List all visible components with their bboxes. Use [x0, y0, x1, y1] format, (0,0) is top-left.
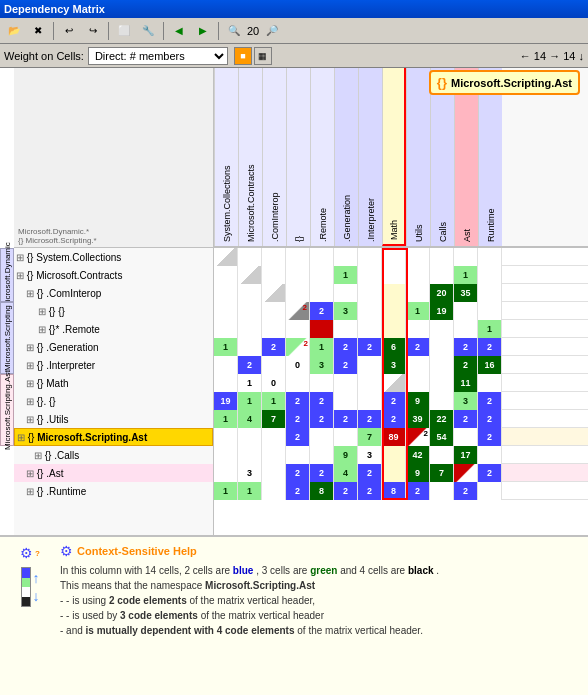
cell-1-4[interactable]: [286, 248, 310, 266]
cell-13-10[interactable]: 7: [430, 464, 454, 482]
cell-12-7[interactable]: 3: [358, 446, 382, 464]
cell-8-3[interactable]: 0: [262, 374, 286, 392]
cell-10-7[interactable]: 2: [358, 410, 382, 428]
cell-5-1[interactable]: [214, 320, 238, 338]
cell-8-6[interactable]: [334, 374, 358, 392]
cell-3-6[interactable]: [334, 284, 358, 302]
cell-6-1[interactable]: 1: [214, 338, 238, 356]
cell-14-10[interactable]: [430, 482, 454, 500]
cell-12-3[interactable]: [262, 446, 286, 464]
cell-5-4[interactable]: [286, 320, 310, 338]
tree-item-inner1[interactable]: ⊞ {} {}: [14, 302, 213, 320]
cell-6-5[interactable]: 1: [310, 338, 334, 356]
cell-1-3[interactable]: [262, 248, 286, 266]
cell-2-11[interactable]: 1: [454, 266, 478, 284]
cell-12-1[interactable]: [214, 446, 238, 464]
toolbar-btn-4[interactable]: 🔧: [137, 20, 159, 42]
cell-5-6[interactable]: [334, 320, 358, 338]
cell-12-10[interactable]: [430, 446, 454, 464]
cell-11-12[interactable]: 2: [478, 428, 502, 446]
cell-14-3[interactable]: [262, 482, 286, 500]
cell-14-2[interactable]: 1: [238, 482, 262, 500]
col-header-generation[interactable]: .Generation: [334, 68, 358, 246]
cell-10-10[interactable]: 22: [430, 410, 454, 428]
cell-7-3[interactable]: [262, 356, 286, 374]
cell-7-8[interactable]: 3: [382, 356, 406, 374]
cell-2-2[interactable]: [238, 266, 262, 284]
tree-item-remote[interactable]: ⊞ {}* .Remote: [14, 320, 213, 338]
cell-9-4[interactable]: 2: [286, 392, 310, 410]
cell-13-5[interactable]: 2: [310, 464, 334, 482]
cell-9-7[interactable]: [358, 392, 382, 410]
cell-2-7[interactable]: [358, 266, 382, 284]
col-header-utils[interactable]: Utils: [406, 68, 430, 246]
cell-3-3[interactable]: [262, 284, 286, 302]
cell-13-8[interactable]: [382, 464, 406, 482]
cell-9-12[interactable]: 2: [478, 392, 502, 410]
cell-12-6[interactable]: 9: [334, 446, 358, 464]
cell-2-5[interactable]: [310, 266, 334, 284]
toolbar-btn-nav-back[interactable]: ◀: [168, 20, 190, 42]
toolbar-btn-nav-fwd[interactable]: ▶: [192, 20, 214, 42]
col-header-inner[interactable]: {}: [286, 68, 310, 246]
cell-8-2[interactable]: 1: [238, 374, 262, 392]
cell-13-11[interactable]: [454, 464, 478, 482]
cell-11-10[interactable]: 54: [430, 428, 454, 446]
cell-10-11[interactable]: 2: [454, 410, 478, 428]
cell-12-8[interactable]: [382, 446, 406, 464]
cell-1-2[interactable]: [238, 248, 262, 266]
cell-13-4[interactable]: 2: [286, 464, 310, 482]
cell-14-1[interactable]: 1: [214, 482, 238, 500]
cell-13-7[interactable]: 2: [358, 464, 382, 482]
cell-13-3[interactable]: [262, 464, 286, 482]
tree-item-mscontracts[interactable]: ⊞ {} Microsoft.Contracts: [14, 266, 213, 284]
cell-8-10[interactable]: [430, 374, 454, 392]
cell-11-1[interactable]: [214, 428, 238, 446]
cell-4-1[interactable]: [214, 302, 238, 320]
cell-4-4[interactable]: 2: [286, 302, 310, 320]
cell-6-12[interactable]: 2: [478, 338, 502, 356]
cell-6-8[interactable]: 6: [382, 338, 406, 356]
cell-7-10[interactable]: [430, 356, 454, 374]
cell-11-4[interactable]: 2: [286, 428, 310, 446]
cell-14-12[interactable]: [478, 482, 502, 500]
cell-14-9[interactable]: 2: [406, 482, 430, 500]
cell-2-9[interactable]: [406, 266, 430, 284]
weight-icon-1[interactable]: ■: [234, 47, 252, 65]
cell-9-3[interactable]: 1: [262, 392, 286, 410]
cell-13-9[interactable]: 9: [406, 464, 430, 482]
cell-11-5[interactable]: [310, 428, 334, 446]
cell-3-8[interactable]: [382, 284, 406, 302]
cell-1-7[interactable]: [358, 248, 382, 266]
cell-10-3[interactable]: 7: [262, 410, 286, 428]
cell-1-6[interactable]: [334, 248, 358, 266]
cell-6-11[interactable]: 2: [454, 338, 478, 356]
cell-11-2[interactable]: [238, 428, 262, 446]
weight-select[interactable]: Direct: # members: [88, 47, 228, 65]
cell-10-12[interactable]: 2: [478, 410, 502, 428]
cell-5-7[interactable]: [358, 320, 382, 338]
tree-item-ast-ns[interactable]: ⊞ {} Microsoft.Scripting.Ast: [14, 428, 213, 446]
cell-4-2[interactable]: [238, 302, 262, 320]
cell-12-11[interactable]: 17: [454, 446, 478, 464]
tree-item-runtime[interactable]: ⊞ {} .Runtime: [14, 482, 213, 500]
cell-4-11[interactable]: [454, 302, 478, 320]
cell-7-5[interactable]: 3: [310, 356, 334, 374]
cell-7-7[interactable]: [358, 356, 382, 374]
weight-icon-2[interactable]: ▦: [254, 47, 272, 65]
cell-3-7[interactable]: [358, 284, 382, 302]
cell-12-12[interactable]: [478, 446, 502, 464]
cell-1-8[interactable]: [382, 248, 406, 266]
col-header-cominterop[interactable]: .ComInterop: [262, 68, 286, 246]
tree-item-utils[interactable]: ⊞ {} .Utils: [14, 410, 213, 428]
cell-9-11[interactable]: 3: [454, 392, 478, 410]
cell-11-9[interactable]: 2: [406, 428, 430, 446]
cell-12-5[interactable]: [310, 446, 334, 464]
col-header-interpreter[interactable]: .Interpreter: [358, 68, 382, 246]
toolbar-btn-2[interactable]: ✖: [27, 20, 49, 42]
cell-12-2[interactable]: [238, 446, 262, 464]
col-header-contracts[interactable]: Microsoft.Contracts: [238, 68, 262, 246]
cell-7-4[interactable]: 0: [286, 356, 310, 374]
cell-14-5[interactable]: 8: [310, 482, 334, 500]
cell-8-11[interactable]: 11: [454, 374, 478, 392]
